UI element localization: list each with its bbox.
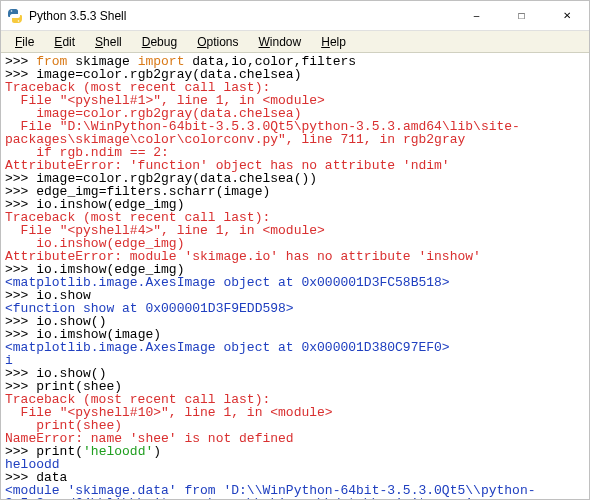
minimize-button[interactable]: – (454, 1, 499, 30)
output: <matplotlib.image.AxesImage object at 0x… (5, 340, 450, 355)
python-icon (7, 8, 23, 24)
close-button[interactable]: ✕ (544, 1, 589, 30)
code: ( (75, 444, 83, 459)
menubar: File Edit Shell Debug Options Window Hel… (1, 31, 589, 53)
window-controls: – □ ✕ (454, 1, 589, 30)
titlebar: Python 3.5.3 Shell – □ ✕ (1, 1, 589, 31)
svg-point-1 (18, 20, 20, 22)
maximize-button[interactable]: □ (499, 1, 544, 30)
menu-edit[interactable]: Edit (44, 33, 85, 51)
menu-shell[interactable]: Shell (85, 33, 132, 51)
traceback-line: , line 1, in <module> (169, 405, 333, 420)
svg-point-0 (11, 10, 13, 12)
menu-debug[interactable]: Debug (132, 33, 187, 51)
code: ) (153, 444, 161, 459)
menu-options[interactable]: Options (187, 33, 248, 51)
menu-window[interactable]: Window (249, 33, 312, 51)
window-title: Python 3.5.3 Shell (29, 9, 454, 23)
traceback-line: , line 711, in rgb2gray (286, 132, 465, 147)
menu-help[interactable]: Help (311, 33, 356, 51)
console-output[interactable]: >>> from skimage import data,io,color,fi… (1, 53, 589, 500)
output: <module 'skimage.data' from 'D:\\WinPyth… (5, 483, 536, 500)
menu-file[interactable]: File (5, 33, 44, 51)
string: 'heloodd' (83, 444, 153, 459)
traceback-line: , line 1, in <module> (161, 223, 325, 238)
